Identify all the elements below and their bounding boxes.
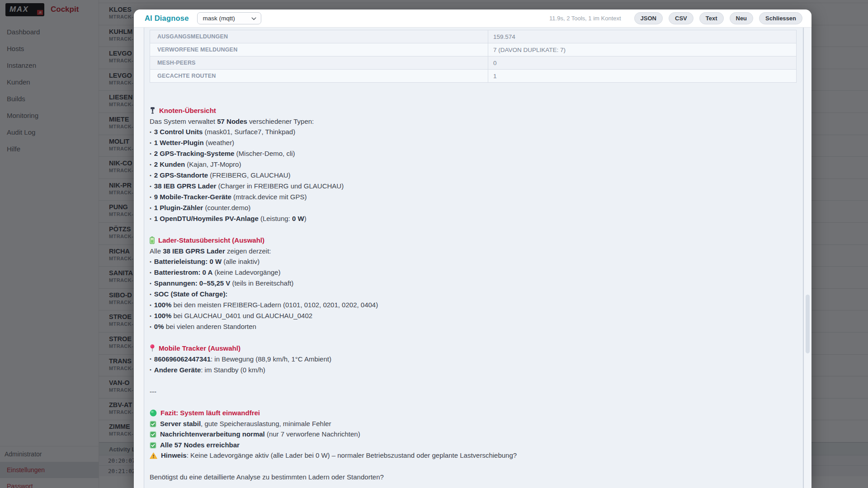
bullet-line: 2 Kunden (Kajan, JT-Mopro) (150, 159, 797, 170)
modal-body: AUSGANGSMELDUNGEN159.574VERWORFENE MELDU… (134, 28, 811, 488)
check-icon (150, 442, 156, 449)
bullet-line: 1 Wetter-Plugin (weather) (150, 137, 797, 148)
check-line: Alle 57 Nodes erreichbar (150, 440, 797, 450)
bullet-line: 2 GPS-Standorte (FREIBERG, GLAUCHAU) (150, 170, 797, 181)
bullet-line: 100% bei den meisten FREIBERG-Ladern (01… (150, 300, 797, 310)
schliessen-button[interactable]: Schliessen (759, 12, 802, 24)
ai-diagnose-modal: AI Diagnose mask (mqtt) 11.9s, 2 Tools, … (134, 9, 811, 488)
section-title: Fazit: System läuft einwandfrei (160, 409, 260, 417)
location-pin-icon (150, 344, 155, 352)
bullet-line: Spannungen: 0–55,25 V (teils in Bereitsc… (150, 278, 797, 289)
section-heading: Lader-Statusübersicht (Auswahl) (150, 235, 797, 246)
bullet-line: Andere Geräte: im Standby (0 km/h) (150, 365, 797, 375)
check-line: Server stabil, gute Speicherauslastung, … (150, 418, 797, 429)
report-section-lader-status-bersicht-auswahl: Lader-Statusübersicht (Auswahl)Alle 38 I… (150, 235, 797, 332)
target-select[interactable]: mask (mqtt) (197, 12, 261, 24)
table-row: MESH-PEERS0 (150, 56, 797, 70)
bullet-line: Batteriestrom: 0 A (keine Ladevorgänge) (150, 267, 797, 278)
section-title: Lader-Statusübersicht (Auswahl) (158, 236, 264, 244)
check-line: Nachrichtenverarbeitung normal (nur 7 ve… (150, 429, 797, 440)
bullet-line: 0% bei vielen anderen Standorten (150, 321, 797, 332)
section-intro: Das System verwaltet 57 Nodes verschiede… (150, 116, 797, 127)
table-row: VERWORFENE MELDUNGEN7 (DAVON DUPLIKATE: … (150, 43, 797, 56)
check-line: Hinweis: Keine Ladevorgänge aktiv (alle … (150, 450, 797, 461)
table-value-cell: 159.574 (488, 30, 796, 43)
chevron-down-icon (251, 15, 256, 22)
table-label-cell: VERWORFENE MELDUNGEN (150, 43, 488, 56)
bullet-line: 860696062447341: in Bewegung (88,9 km/h,… (150, 354, 797, 365)
neu-button[interactable]: Neu (730, 12, 754, 24)
modal-title: AI Diagnose (145, 14, 189, 23)
meta-info: 11.9s, 2 Tools, 1 im Kontext (549, 15, 621, 22)
closing-question: Benötigst du eine detaillierte Analyse z… (150, 472, 797, 483)
report-section-fazit-system-l-uft-einwandfrei: Fazit: System läuft einwandfreiServer st… (150, 408, 797, 461)
bullet-line: 1 Plugin-Zähler (counter.demo) (150, 202, 797, 213)
bullet-line: 2 GPS-Tracking-Systeme (Mischer-Demo, cl… (150, 148, 797, 159)
bullet-line: Batterieleistung: 0 W (alle inaktiv) (150, 256, 797, 267)
battery-icon (150, 236, 155, 244)
green-circle-icon (150, 409, 157, 417)
json-button[interactable]: JSON (634, 12, 663, 24)
check-icon (150, 431, 156, 438)
scrollbar-thumb[interactable] (806, 295, 810, 353)
modal-scrollbar[interactable] (803, 28, 811, 488)
bullet-line: 100% bei GLAUCHAU_0401 und GLAUCHAU_0402 (150, 310, 797, 321)
text-button[interactable]: Text (699, 12, 724, 24)
table-row: AUSGANGSMELDUNGEN159.574 (150, 30, 797, 43)
report-section-knoten-bersicht: Knoten-ÜbersichtDas System verwaltet 57 … (150, 105, 797, 224)
bullet-line: SOC (State of Charge): (150, 289, 797, 300)
section-heading: Knoten-Übersicht (150, 105, 797, 116)
section-title: Mobile Tracker (Auswahl) (159, 344, 241, 352)
bullet-line: 38 IEB GPRS Lader (Charger in FREIBERG u… (150, 181, 797, 192)
table-label-cell: GECACHTE ROUTEN (150, 70, 488, 83)
check-icon (150, 421, 156, 427)
section-separator: --- (150, 386, 797, 397)
section-heading: Fazit: System läuft einwandfrei (150, 408, 797, 418)
table-value-cell: 1 (488, 70, 796, 83)
table-value-cell: 0 (488, 56, 796, 70)
bullet-line: 1 OpenDTU/Hoymiles PV-Anlage (Leistung: … (150, 213, 797, 224)
table-value-cell: 7 (DAVON DUPLIKATE: 7) (488, 43, 796, 56)
modal-header: AI Diagnose mask (mqtt) 11.9s, 2 Tools, … (134, 9, 811, 28)
csv-button[interactable]: CSV (669, 12, 693, 24)
section-intro: Alle 38 IEB GPRS Lader zeigen derzeit: (150, 246, 797, 257)
table-label-cell: MESH-PEERS (150, 56, 488, 70)
section-title: Knoten-Übersicht (159, 107, 216, 114)
report-section-mobile-tracker-auswahl: Mobile Tracker (Auswahl)860696062447341:… (150, 343, 797, 375)
section-heading: Mobile Tracker (Auswahl) (150, 343, 797, 354)
stats-table: AUSGANGSMELDUNGEN159.574VERWORFENE MELDU… (150, 30, 797, 83)
table-label-cell: AUSGANGSMELDUNGEN (150, 30, 488, 43)
table-row: GECACHTE ROUTEN1 (150, 70, 797, 83)
bullet-line: 3 Control Units (mask01, Surface7, Think… (150, 127, 797, 137)
bullet-line: 9 Mobile-Tracker-Geräte (mtrack.device m… (150, 192, 797, 202)
warning-icon (150, 452, 157, 459)
diagnose-report: AUSGANGSMELDUNGEN159.574VERWORFENE MELDU… (144, 28, 803, 488)
node-pin-icon (150, 107, 156, 114)
target-select-value: mask (mqtt) (203, 15, 235, 22)
